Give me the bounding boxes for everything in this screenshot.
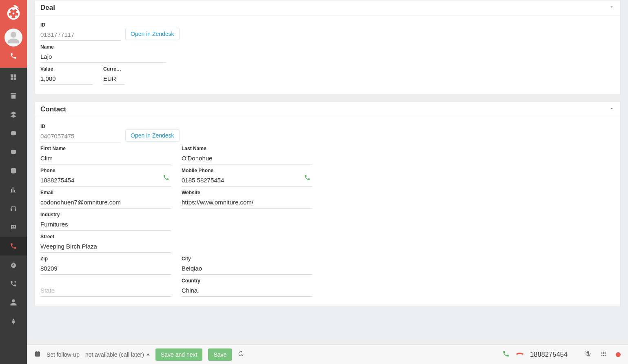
phone-call-icon[interactable] <box>163 174 169 182</box>
deal-value-input[interactable] <box>40 73 93 85</box>
dialpad-icon[interactable] <box>600 351 607 358</box>
last-name-input[interactable] <box>182 153 312 164</box>
first-name-input[interactable] <box>40 153 171 164</box>
chevron-down-icon[interactable] <box>609 4 615 11</box>
deal-id-value <box>40 29 120 41</box>
app-logo[interactable] <box>4 4 23 23</box>
svg-point-10 <box>601 352 603 353</box>
email-label: Email <box>40 190 171 195</box>
contact-panel-header[interactable]: Contact <box>35 102 620 117</box>
svg-point-13 <box>601 353 603 355</box>
sidebar-phone-icon[interactable] <box>10 52 17 61</box>
calendar-icon[interactable] <box>34 351 41 358</box>
svg-point-4 <box>9 16 12 18</box>
last-name-label: Last Name <box>182 146 312 151</box>
nav-dialer[interactable] <box>0 237 27 255</box>
nav-headphones[interactable] <box>0 199 27 218</box>
phone-label: Phone <box>40 168 171 173</box>
footer-phone-number: 1888275454 <box>530 351 568 358</box>
street-label: Street <box>40 234 171 240</box>
contact-title: Contact <box>40 105 66 113</box>
svg-point-2 <box>16 11 19 13</box>
nav-coins-in[interactable] <box>0 124 27 143</box>
footer-bar: Set follow-up not available (call later)… <box>27 344 628 364</box>
svg-point-5 <box>9 11 11 13</box>
svg-point-3 <box>15 16 18 18</box>
nav-layers[interactable] <box>0 105 27 124</box>
website-label: Website <box>182 190 312 195</box>
record-indicator-icon[interactable] <box>616 352 621 357</box>
svg-point-14 <box>603 353 604 355</box>
sidebar-nav <box>0 68 27 331</box>
nav-chat-chart[interactable] <box>0 218 27 237</box>
history-icon[interactable] <box>237 351 244 358</box>
street-input[interactable] <box>40 241 171 253</box>
call-status-dropdown[interactable]: not available (call later) <box>85 351 150 358</box>
call-hangup-icon[interactable] <box>515 349 524 360</box>
nav-timer[interactable] <box>0 255 27 274</box>
email-input[interactable] <box>40 197 171 209</box>
country-input[interactable] <box>182 285 312 297</box>
svg-point-11 <box>603 352 604 353</box>
deal-name-label: Name <box>40 44 166 50</box>
user-avatar[interactable] <box>4 29 22 47</box>
svg-point-12 <box>605 352 606 353</box>
deal-currency-label: Curre… <box>103 66 124 72</box>
nav-analytics[interactable] <box>0 180 27 199</box>
nav-database[interactable] <box>0 162 27 180</box>
phone-input[interactable] <box>40 175 171 186</box>
deal-panel: Deal ID Open in Zendesk Name <box>34 0 621 94</box>
city-label: City <box>182 256 312 262</box>
industry-label: Industry <box>40 212 171 218</box>
open-zendesk-contact-button[interactable]: Open in Zendesk <box>125 129 180 142</box>
save-and-next-button[interactable]: Save and next <box>155 348 203 361</box>
content-scroll[interactable]: Deal ID Open in Zendesk Name <box>27 0 628 344</box>
mobile-label: Mobile Phone <box>182 168 312 173</box>
state-input[interactable] <box>40 285 171 297</box>
country-label: Country <box>182 278 312 284</box>
deal-name-input[interactable] <box>40 51 166 63</box>
first-name-label: First Name <box>40 146 171 151</box>
industry-input[interactable] <box>40 219 171 231</box>
nav-phone-plus[interactable] <box>0 274 27 293</box>
nav-plug[interactable] <box>0 312 27 331</box>
city-input[interactable] <box>182 263 312 275</box>
contact-id-label: ID <box>40 124 120 129</box>
zip-label: Zip <box>40 256 171 262</box>
nav-coins-out[interactable] <box>0 143 27 162</box>
deal-id-label: ID <box>40 22 120 28</box>
deal-currency-input[interactable] <box>103 73 124 85</box>
caret-up-icon <box>146 353 150 355</box>
contact-id-value <box>40 131 120 142</box>
state-label <box>40 278 171 284</box>
deal-title: Deal <box>40 4 55 12</box>
contact-panel: Contact ID Open in Zendesk First Name <box>34 102 621 306</box>
svg-point-17 <box>603 355 604 356</box>
sidebar-brand-area <box>0 0 27 68</box>
svg-point-18 <box>605 355 606 356</box>
phone-call-icon[interactable] <box>304 174 311 182</box>
main: Deal ID Open in Zendesk Name <box>27 0 628 364</box>
open-zendesk-deal-button[interactable]: Open in Zendesk <box>125 28 180 40</box>
svg-point-1 <box>12 8 15 11</box>
website-input[interactable] <box>182 197 312 209</box>
mute-icon[interactable] <box>585 351 591 358</box>
call-status-value: not available (call later) <box>85 351 144 358</box>
svg-point-16 <box>601 355 603 356</box>
nav-user[interactable] <box>0 293 27 312</box>
zip-input[interactable] <box>40 263 171 275</box>
nav-dashboard[interactable] <box>0 68 27 87</box>
deal-panel-header[interactable]: Deal <box>35 0 620 16</box>
svg-point-15 <box>605 353 606 355</box>
mobile-input[interactable] <box>182 175 312 186</box>
svg-point-6 <box>13 13 15 15</box>
save-button[interactable]: Save <box>208 348 232 361</box>
deal-value-label: Value <box>40 66 93 72</box>
nav-archive[interactable] <box>0 87 27 105</box>
sidebar <box>0 0 27 364</box>
call-answer-icon[interactable] <box>502 350 510 359</box>
followup-label[interactable]: Set follow-up <box>47 351 80 358</box>
chevron-down-icon[interactable] <box>609 106 615 113</box>
